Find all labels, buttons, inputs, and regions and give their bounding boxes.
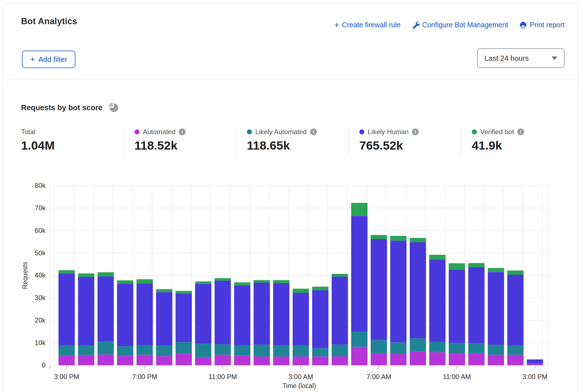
info-icon[interactable]: i [310, 129, 317, 135]
bar-segment-likely-human[interactable] [390, 241, 407, 343]
bar-segment-likely-human[interactable] [215, 281, 231, 344]
bar-segment-likely-automated[interactable] [254, 344, 270, 356]
bar-segment-likely-automated[interactable] [507, 345, 524, 355]
bar-segment-likely-human[interactable] [449, 270, 465, 343]
bar-segment-likely-automated[interactable] [137, 345, 153, 355]
bar-segment-automated[interactable] [410, 352, 426, 365]
bar-segment-verified-bot[interactable] [371, 235, 387, 239]
bar-segment-verified-bot[interactable] [390, 236, 407, 241]
bar-segment-likely-human[interactable] [98, 276, 114, 342]
bar-segment-likely-automated[interactable] [117, 346, 133, 356]
add-filter-button[interactable]: + Add filter [22, 51, 75, 68]
bar-segment-automated[interactable] [78, 355, 94, 365]
bar-segment-likely-human[interactable] [254, 283, 270, 345]
bar-segment-verified-bot[interactable] [488, 268, 504, 272]
bar-segment-likely-human[interactable] [527, 359, 543, 363]
bar-segment-likely-automated[interactable] [527, 363, 543, 364]
bar-segment-verified-bot[interactable] [234, 282, 251, 285]
bar-segment-automated[interactable] [98, 355, 114, 365]
bar-segment-verified-bot[interactable] [273, 280, 289, 283]
bar-segment-likely-human[interactable] [234, 285, 251, 345]
bar-segment-likely-automated[interactable] [429, 342, 446, 352]
bar-segment-likely-human[interactable] [410, 242, 426, 338]
time-range-select[interactable]: Last 24 hours [477, 48, 565, 68]
bar-segment-likely-human[interactable] [332, 276, 348, 344]
bar-segment-likely-automated[interactable] [156, 346, 172, 356]
bar-segment-automated[interactable] [254, 357, 270, 365]
bar-segment-likely-human[interactable] [175, 294, 192, 342]
bar-segment-automated[interactable] [468, 353, 484, 365]
bar-segment-automated[interactable] [215, 355, 231, 365]
bar-segment-automated[interactable] [488, 355, 504, 365]
bar-segment-likely-human[interactable] [429, 260, 446, 342]
bar-segment-verified-bot[interactable] [468, 263, 484, 267]
bar-segment-verified-bot[interactable] [215, 278, 231, 281]
bar-segment-verified-bot[interactable] [293, 289, 309, 293]
bar-segment-verified-bot[interactable] [351, 203, 367, 216]
bar-segment-likely-automated[interactable] [351, 332, 367, 347]
bar-segment-likely-automated[interactable] [175, 342, 192, 353]
bar-segment-likely-human[interactable] [156, 292, 172, 346]
info-icon[interactable]: i [179, 129, 186, 135]
bar-segment-automated[interactable] [156, 356, 172, 365]
bar-segment-verified-bot[interactable] [429, 255, 446, 260]
bar-segment-automated[interactable] [390, 354, 407, 365]
bar-segment-verified-bot[interactable] [195, 281, 211, 284]
bar-segment-likely-automated[interactable] [234, 345, 251, 356]
bar-segment-likely-human[interactable] [293, 293, 309, 345]
bar-segment-likely-human[interactable] [371, 239, 387, 340]
bar-segment-automated[interactable] [273, 357, 289, 365]
bar-segment-verified-bot[interactable] [78, 273, 94, 277]
bar-segment-verified-bot[interactable] [507, 271, 524, 275]
bar-segment-likely-human[interactable] [58, 273, 75, 345]
bar-segment-automated[interactable] [449, 353, 465, 365]
bar-segment-likely-automated[interactable] [58, 345, 75, 355]
bar-segment-likely-automated[interactable] [332, 344, 348, 356]
bar-segment-likely-automated[interactable] [449, 343, 465, 353]
bar-segment-verified-bot[interactable] [175, 291, 192, 294]
bar-segment-likely-human[interactable] [195, 284, 211, 344]
bar-segment-verified-bot[interactable] [98, 272, 114, 276]
bar-segment-likely-human[interactable] [507, 275, 524, 345]
bar-segment-likely-automated[interactable] [195, 344, 211, 357]
bar-segment-likely-human[interactable] [488, 272, 504, 345]
bar-segment-likely-automated[interactable] [78, 345, 94, 355]
bar-segment-likely-automated[interactable] [293, 345, 309, 357]
bar-segment-verified-bot[interactable] [117, 280, 133, 284]
bar-segment-likely-human[interactable] [117, 284, 133, 346]
bar-segment-automated[interactable] [371, 353, 387, 365]
bar-segment-automated[interactable] [507, 355, 524, 365]
bar-segment-likely-automated[interactable] [390, 343, 407, 354]
info-icon[interactable]: i [517, 129, 524, 135]
bar-segment-likely-human[interactable] [468, 267, 484, 343]
bar-segment-likely-human[interactable] [351, 216, 367, 332]
bar-segment-automated[interactable] [429, 352, 446, 365]
bar-segment-automated[interactable] [58, 355, 75, 365]
bar-segment-likely-automated[interactable] [312, 348, 328, 357]
bar-segment-automated[interactable] [527, 364, 543, 365]
bar-segment-likely-automated[interactable] [468, 343, 484, 353]
bar-segment-automated[interactable] [293, 357, 309, 365]
bar-segment-automated[interactable] [312, 357, 328, 365]
bar-segment-verified-bot[interactable] [254, 280, 270, 283]
bar-segment-likely-automated[interactable] [98, 341, 114, 354]
bar-segment-automated[interactable] [351, 347, 367, 365]
bar-segment-verified-bot[interactable] [137, 279, 153, 283]
bar-segment-likely-human[interactable] [273, 283, 289, 345]
bar-segment-verified-bot[interactable] [58, 270, 75, 273]
bar-segment-likely-automated[interactable] [273, 345, 289, 357]
bar-segment-automated[interactable] [137, 355, 153, 365]
bar-segment-likely-automated[interactable] [215, 344, 231, 355]
create-firewall-rule-link[interactable]: + Create firewall rule [334, 21, 401, 29]
bar-segment-verified-bot[interactable] [312, 287, 328, 290]
bar-segment-verified-bot[interactable] [332, 274, 348, 277]
bar-segment-likely-human[interactable] [137, 283, 153, 345]
bar-segment-verified-bot[interactable] [410, 238, 426, 242]
print-report-link[interactable]: Print report [519, 21, 565, 29]
bar-segment-likely-human[interactable] [312, 290, 328, 348]
bar-segment-verified-bot[interactable] [449, 263, 465, 269]
bar-segment-automated[interactable] [195, 357, 211, 365]
bar-segment-automated[interactable] [175, 353, 192, 365]
bar-segment-automated[interactable] [234, 356, 251, 365]
bar-segment-verified-bot[interactable] [156, 289, 172, 292]
